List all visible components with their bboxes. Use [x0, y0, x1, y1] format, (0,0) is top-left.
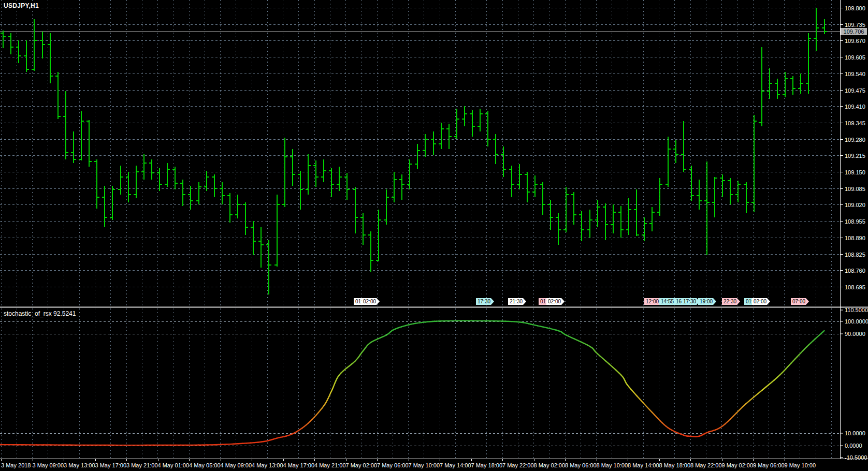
svg-text:8 May 10:00: 8 May 10:00: [597, 462, 628, 468]
svg-text:9 May 10:00: 9 May 10:00: [785, 462, 816, 468]
svg-text:7 May 10:00: 7 May 10:00: [409, 462, 440, 468]
svg-text:109.215: 109.215: [845, 153, 865, 159]
svg-text:109.280: 109.280: [845, 137, 865, 143]
svg-text:109.475: 109.475: [845, 87, 865, 94]
svg-text:4 May 21:00: 4 May 21:00: [314, 462, 346, 468]
svg-text:8 May 14:00: 8 May 14:00: [628, 462, 659, 468]
svg-text:109.345: 109.345: [845, 120, 865, 126]
time-axis-labels: 3 May 20183 May 09:003 May 13:003 May 17…: [1, 459, 816, 469]
svg-text:10.0000: 10.0000: [845, 430, 865, 436]
svg-text:7 May 14:00: 7 May 14:00: [440, 462, 471, 468]
event-time-tag: 02:00: [546, 298, 565, 305]
svg-text:3 May 17:00: 3 May 17:00: [95, 462, 127, 468]
svg-text:4 May 17:00: 4 May 17:00: [283, 462, 315, 468]
svg-text:8 May 18:00: 8 May 18:00: [659, 462, 691, 468]
svg-text:108.695: 108.695: [845, 284, 865, 290]
svg-text:109.540: 109.540: [845, 71, 865, 77]
svg-text:4 May 09:00: 4 May 09:00: [221, 462, 252, 468]
chart-canvas[interactable]: 109.800109.735109.670109.605109.540109.4…: [0, 0, 868, 471]
ohlc-bars: [1, 8, 827, 295]
svg-text:3 May 13:00: 3 May 13:00: [64, 462, 95, 468]
svg-text:8 May 02:00: 8 May 02:00: [534, 462, 566, 468]
svg-text:109.020: 109.020: [845, 202, 865, 208]
svg-text:109.800: 109.800: [845, 5, 865, 11]
svg-text:7 May 18:00: 7 May 18:00: [471, 462, 503, 468]
indicator-axis-labels: 110.5000100.000090.000010.00000.0000-10.…: [841, 307, 868, 461]
svg-text:109.410: 109.410: [845, 104, 865, 110]
svg-text:7 May 02:00: 7 May 02:00: [346, 462, 378, 468]
svg-text:0.0000: 0.0000: [845, 443, 862, 449]
event-time-tag: 17:30: [682, 298, 700, 305]
symbol-timeframe-label: USDJPY,H1: [4, 2, 39, 9]
panel-separator: [0, 306, 868, 308]
svg-text:108.760: 108.760: [845, 268, 865, 274]
svg-text:109.605: 109.605: [845, 54, 865, 61]
svg-text:7 May 22:00: 7 May 22:00: [502, 462, 534, 468]
svg-text:4 May 13:00: 4 May 13:00: [252, 462, 283, 468]
svg-text:109.735: 109.735: [845, 22, 865, 28]
price-gridlines: [0, 8, 840, 287]
indicator-line: [0, 321, 824, 445]
svg-text:108.890: 108.890: [845, 235, 865, 241]
event-time-tag: 17:30: [476, 298, 494, 305]
svg-text:9 May 06:00: 9 May 06:00: [753, 462, 785, 468]
event-time-tag: 02:00: [752, 298, 770, 305]
svg-text:4 May 01:00: 4 May 01:00: [158, 462, 190, 468]
svg-text:9 May 02:00: 9 May 02:00: [722, 462, 754, 468]
svg-text:8 May 06:00: 8 May 06:00: [565, 462, 597, 468]
svg-text:108.825: 108.825: [845, 252, 865, 258]
indicator-label: stochastic_of_rsx 92.5241: [4, 310, 76, 317]
indicator-name: stochastic_of_rsx: [4, 310, 52, 317]
svg-text:108.955: 108.955: [845, 218, 865, 225]
event-time-tag: 22:30: [722, 298, 740, 305]
svg-text:109.085: 109.085: [845, 186, 865, 192]
svg-text:100.0000: 100.0000: [845, 318, 868, 325]
event-time-tag: 07:00: [791, 298, 809, 305]
event-time-tag: 21:30: [508, 298, 526, 305]
price-axis-labels: 109.800109.735109.670109.605109.540109.4…: [841, 5, 865, 290]
indicator-level-lines: [0, 322, 840, 446]
mt4-chart-window: 109.800109.735109.670109.605109.540109.4…: [0, 0, 868, 471]
svg-text:90.0000: 90.0000: [845, 331, 865, 337]
svg-text:3 May 09:00: 3 May 09:00: [33, 462, 64, 468]
svg-text:-10.5000: -10.5000: [845, 454, 867, 461]
svg-text:4 May 05:00: 4 May 05:00: [189, 462, 221, 468]
svg-text:3 May 21:00: 3 May 21:00: [126, 462, 158, 468]
svg-text:7 May 06:00: 7 May 06:00: [377, 462, 409, 468]
event-time-tag: 02:00: [361, 298, 380, 305]
svg-text:3 May 2018: 3 May 2018: [1, 462, 31, 468]
current-price-tag: 109.706: [841, 28, 867, 35]
svg-text:109.670: 109.670: [845, 38, 865, 44]
svg-text:109.150: 109.150: [845, 169, 865, 175]
indicator-value: 92.5241: [53, 310, 76, 317]
axes: [0, 0, 868, 459]
event-time-tag: 19:00: [698, 298, 716, 305]
svg-text:8 May 22:00: 8 May 22:00: [690, 462, 722, 468]
